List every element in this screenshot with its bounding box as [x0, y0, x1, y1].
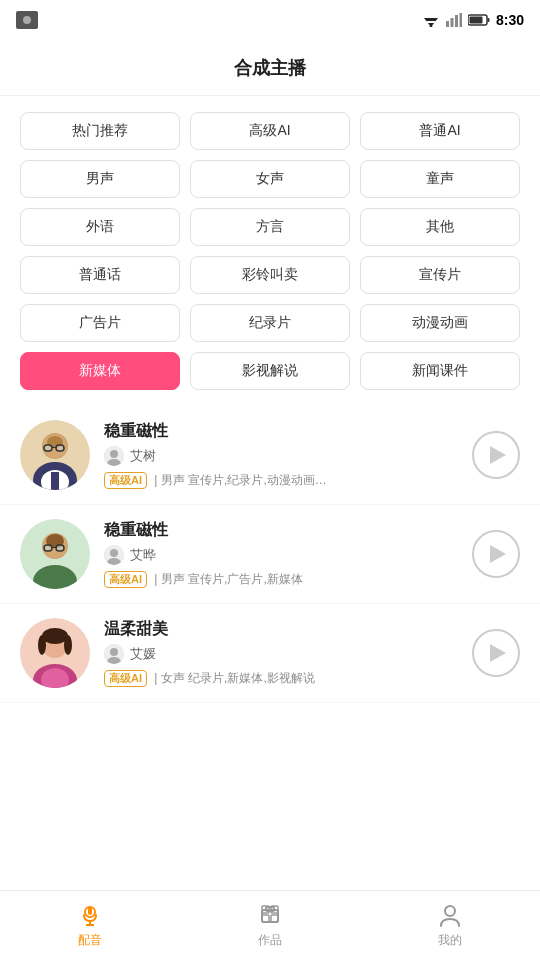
filter-tag-mandarin[interactable]: 普通话: [20, 256, 180, 294]
voice-avatar-2: [20, 519, 90, 589]
svg-rect-32: [56, 545, 64, 551]
voice-meta-1: 艾树: [104, 446, 458, 466]
filter-tag-film-explain[interactable]: 影视解说: [190, 352, 350, 390]
filter-tag-animation[interactable]: 动漫动画: [360, 304, 520, 342]
voice-item-2: 稳重磁性 艾晔 高级AI | 男声 宣传片,广告片,新媒体: [0, 505, 540, 604]
svg-rect-17: [51, 472, 59, 490]
svg-point-44: [64, 635, 72, 655]
filter-tag-new-media[interactable]: 新媒体: [20, 352, 180, 390]
svg-point-43: [38, 635, 46, 655]
status-bar: 8:30: [0, 0, 540, 40]
voice-name-1: 稳重磁性: [104, 421, 458, 442]
svg-rect-21: [56, 445, 64, 451]
voice-list: 稳重磁性 艾树 高级AI | 男声 宣传片,纪录片,动漫动画…: [0, 398, 540, 711]
voice-info-3: 温柔甜美 艾媛 高级AI | 女声 纪录片,新媒体,影视解说: [104, 619, 458, 687]
svg-point-35: [110, 549, 118, 557]
voice-item-3: 温柔甜美 艾媛 高级AI | 女声 纪录片,新媒体,影视解说: [0, 604, 540, 703]
filter-tag-news[interactable]: 新闻课件: [360, 352, 520, 390]
voice-username-1: 艾树: [130, 447, 156, 465]
voice-tags-2: 高级AI | 男声 宣传片,广告片,新媒体: [104, 571, 458, 588]
filter-tag-normal-ai[interactable]: 普通AI: [360, 112, 520, 150]
nav-label-works: 作品: [258, 932, 282, 949]
svg-rect-6: [446, 21, 449, 27]
filter-tag-foreign[interactable]: 外语: [20, 208, 180, 246]
ai-badge-3: 高级AI: [104, 670, 147, 687]
voice-user-icon-3: [104, 644, 124, 664]
filter-tag-advanced-ai[interactable]: 高级AI: [190, 112, 350, 150]
svg-rect-49: [88, 907, 92, 915]
nav-label-mine: 我的: [438, 932, 462, 949]
voice-name-3: 温柔甜美: [104, 619, 458, 640]
svg-point-58: [445, 906, 455, 916]
filter-tag-child[interactable]: 童声: [360, 160, 520, 198]
voice-avatar-3: [20, 618, 90, 688]
filter-tag-ringtone[interactable]: 彩铃叫卖: [190, 256, 350, 294]
filter-tag-ad[interactable]: 广告片: [20, 304, 180, 342]
filter-tag-other[interactable]: 其他: [360, 208, 520, 246]
time-display: 8:30: [496, 12, 524, 28]
dubbing-icon: [77, 902, 103, 928]
svg-rect-20: [44, 445, 52, 451]
svg-point-24: [110, 450, 118, 458]
voice-info-2: 稳重磁性 艾晔 高级AI | 男声 宣传片,广告片,新媒体: [104, 520, 458, 588]
bottom-nav: 配音 作品 我的: [0, 890, 540, 960]
svg-rect-11: [487, 18, 489, 22]
page-title: 合成主播: [234, 56, 306, 80]
voice-tags-3: 高级AI | 女声 纪录片,新媒体,影视解说: [104, 670, 458, 687]
wifi-icon: [422, 13, 440, 27]
play-button-2[interactable]: [472, 530, 520, 578]
svg-point-1: [23, 16, 31, 24]
voice-user-icon-1: [104, 446, 124, 466]
works-icon: [257, 902, 283, 928]
mine-icon: [437, 902, 463, 928]
status-right: 8:30: [422, 12, 524, 28]
voice-username-3: 艾媛: [130, 645, 156, 663]
voice-name-2: 稳重磁性: [104, 520, 458, 541]
signal-icon: [446, 13, 462, 27]
svg-rect-31: [44, 545, 52, 551]
play-button-1[interactable]: [472, 431, 520, 479]
filter-tag-hot[interactable]: 热门推荐: [20, 112, 180, 150]
voice-tags-1: 高级AI | 男声 宣传片,纪录片,动漫动画…: [104, 472, 458, 489]
svg-rect-7: [450, 18, 453, 27]
voice-avatar-1: [20, 420, 90, 490]
voice-meta-2: 艾晔: [104, 545, 458, 565]
filter-tag-dialect[interactable]: 方言: [190, 208, 350, 246]
page-header: 合成主播: [0, 40, 540, 96]
svg-rect-8: [455, 15, 458, 27]
photo-icon: [16, 11, 38, 29]
voice-info-1: 稳重磁性 艾树 高级AI | 男声 宣传片,纪录片,动漫动画…: [104, 421, 458, 489]
filter-tag-male[interactable]: 男声: [20, 160, 180, 198]
play-button-3[interactable]: [472, 629, 520, 677]
nav-item-mine[interactable]: 我的: [360, 902, 540, 949]
ai-badge-2: 高级AI: [104, 571, 147, 588]
svg-point-46: [110, 648, 118, 656]
filter-tag-promo[interactable]: 宣传片: [360, 256, 520, 294]
status-left: [16, 11, 38, 29]
nav-label-dubbing: 配音: [78, 932, 102, 949]
svg-rect-12: [469, 17, 482, 24]
nav-item-works[interactable]: 作品: [180, 902, 360, 949]
svg-rect-9: [459, 13, 462, 27]
nav-item-dubbing[interactable]: 配音: [0, 902, 180, 949]
voice-item-1: 稳重磁性 艾树 高级AI | 男声 宣传片,纪录片,动漫动画…: [0, 406, 540, 505]
battery-icon: [468, 14, 490, 26]
filter-section: 热门推荐高级AI普通AI男声女声童声外语方言其他普通话彩铃叫卖宣传片广告片纪录片…: [0, 96, 540, 398]
filter-tag-female[interactable]: 女声: [190, 160, 350, 198]
voice-meta-3: 艾媛: [104, 644, 458, 664]
voice-user-icon-2: [104, 545, 124, 565]
voice-username-2: 艾晔: [130, 546, 156, 564]
svg-point-42: [42, 628, 68, 644]
ai-badge-1: 高级AI: [104, 472, 147, 489]
filter-tag-documentary[interactable]: 纪录片: [190, 304, 350, 342]
